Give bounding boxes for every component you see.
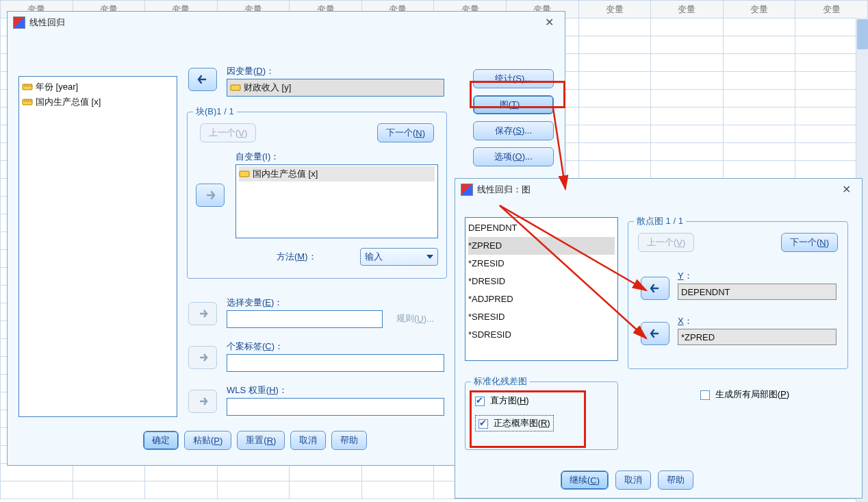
- ok-button[interactable]: 确定: [143, 431, 179, 450]
- continue-button[interactable]: 继续(C): [561, 470, 609, 490]
- cell[interactable]: [723, 36, 795, 54]
- prev-scatter-button[interactable]: 上一个(V): [638, 233, 694, 252]
- list-item[interactable]: *SDRESID: [468, 326, 615, 344]
- save-button[interactable]: 保存(S)...: [473, 121, 554, 140]
- cell[interactable]: [651, 54, 724, 72]
- cell[interactable]: [651, 36, 724, 54]
- app-icon: [13, 16, 25, 29]
- cell[interactable]: [145, 481, 218, 499]
- cell[interactable]: [578, 54, 651, 72]
- cell[interactable]: [723, 125, 795, 143]
- method-combo[interactable]: 输入: [360, 248, 438, 266]
- close-icon[interactable]: ✕: [539, 15, 559, 30]
- independent-value: 国内生产总值 [x]: [253, 168, 318, 180]
- cell[interactable]: [73, 464, 145, 481]
- cell[interactable]: [1, 481, 73, 499]
- cell[interactable]: [578, 125, 651, 143]
- statistics-button[interactable]: 统计(S)...: [473, 69, 554, 88]
- prev-block-button[interactable]: 上一个(V): [200, 123, 256, 142]
- move-to-x-button[interactable]: [641, 322, 669, 345]
- col-header[interactable]: 变量: [723, 1, 795, 18]
- independent-label: 自变量(I)：: [235, 151, 279, 163]
- x-field[interactable]: *ZPRED: [678, 329, 837, 345]
- titlebar[interactable]: 线性回归 ✕: [8, 12, 565, 34]
- move-to-y-button[interactable]: [641, 277, 669, 300]
- list-item[interactable]: DEPENDNT: [468, 219, 615, 237]
- cell[interactable]: [217, 464, 290, 481]
- cell[interactable]: [290, 464, 362, 481]
- cell[interactable]: [651, 161, 724, 179]
- rule-button[interactable]: 规则(U)...: [388, 309, 442, 328]
- cell[interactable]: [145, 464, 218, 481]
- close-icon[interactable]: ✕: [836, 182, 856, 197]
- selection-field[interactable]: [227, 310, 383, 328]
- cell[interactable]: [217, 481, 290, 499]
- next-block-button[interactable]: 下一个(N): [377, 123, 434, 142]
- cell[interactable]: [723, 18, 795, 36]
- cell[interactable]: [651, 72, 724, 90]
- list-item[interactable]: *ZPRED: [468, 237, 615, 255]
- pp-plot-checkbox[interactable]: 正态概率图(R): [475, 415, 554, 431]
- residual-legend: 标准化残差图: [471, 375, 530, 388]
- cell[interactable]: [723, 161, 795, 179]
- move-to-wls-button[interactable]: [188, 390, 217, 413]
- cell[interactable]: [578, 108, 651, 125]
- cancel-button[interactable]: 取消: [615, 470, 651, 490]
- plot-variable-list[interactable]: DEPENDNT *ZPRED *ZRESID *DRESID *ADJPRED…: [465, 217, 618, 361]
- list-item[interactable]: 国内生产总值 [x]: [22, 95, 174, 110]
- list-item[interactable]: *SRESID: [468, 308, 615, 326]
- cell[interactable]: [578, 36, 651, 54]
- cell[interactable]: [578, 161, 651, 179]
- paste-button[interactable]: 粘贴(P): [184, 431, 231, 450]
- cell[interactable]: [578, 143, 651, 161]
- histogram-checkbox[interactable]: 直方图(H): [475, 394, 529, 407]
- cell[interactable]: [651, 125, 724, 143]
- move-to-dependent-button[interactable]: [188, 68, 217, 91]
- cell[interactable]: [651, 18, 724, 36]
- col-header[interactable]: 变量: [795, 1, 868, 18]
- plots-dialog: 线性回归：图 ✕ DEPENDNT *ZPRED *ZRESID *DRESID…: [455, 178, 863, 499]
- cell[interactable]: [1, 464, 73, 481]
- col-header[interactable]: 变量: [578, 1, 651, 18]
- next-scatter-button[interactable]: 下一个(N): [781, 233, 838, 252]
- dependent-value: 财政收入 [y]: [244, 81, 291, 94]
- plots-button[interactable]: 图(T)...: [473, 95, 554, 114]
- cell[interactable]: [651, 143, 724, 161]
- cell[interactable]: [651, 90, 724, 108]
- titlebar[interactable]: 线性回归：图 ✕: [455, 179, 862, 201]
- cell[interactable]: [578, 72, 651, 90]
- cell[interactable]: [578, 90, 651, 108]
- cell[interactable]: [723, 72, 795, 90]
- cell[interactable]: [723, 90, 795, 108]
- case-field[interactable]: [227, 354, 444, 372]
- partial-plots-checkbox[interactable]: 生成所有局部图(P): [700, 388, 789, 401]
- cell[interactable]: [578, 18, 651, 36]
- y-field[interactable]: DEPENDNT: [678, 284, 837, 300]
- source-variable-list[interactable]: 年份 [year] 国内生产总值 [x]: [18, 76, 177, 417]
- col-header[interactable]: 变量: [651, 1, 724, 18]
- dependent-label: 因变量(D)：: [227, 65, 275, 77]
- reset-button[interactable]: 重置(R): [237, 431, 285, 450]
- cell[interactable]: [723, 108, 795, 125]
- cancel-button[interactable]: 取消: [290, 431, 326, 450]
- cell[interactable]: [73, 481, 145, 499]
- cell[interactable]: [723, 54, 795, 72]
- cell[interactable]: [290, 481, 362, 499]
- cell[interactable]: [651, 108, 724, 125]
- move-to-case-button[interactable]: [188, 346, 217, 369]
- help-button[interactable]: 帮助: [331, 431, 367, 450]
- wls-field[interactable]: [227, 398, 444, 416]
- list-item[interactable]: 年份 [year]: [22, 79, 174, 95]
- list-item[interactable]: *ADJPRED: [468, 290, 615, 308]
- list-item[interactable]: *ZRESID: [468, 255, 615, 273]
- cell[interactable]: [723, 143, 795, 161]
- move-to-selection-button[interactable]: [188, 302, 217, 325]
- move-to-independent-button[interactable]: [196, 184, 225, 207]
- dependent-field[interactable]: 财政收入 [y]: [227, 79, 444, 97]
- cell[interactable]: [361, 481, 434, 499]
- cell[interactable]: [361, 464, 434, 481]
- help-button[interactable]: 帮助: [658, 470, 693, 490]
- list-item[interactable]: *DRESID: [468, 273, 615, 290]
- independent-list[interactable]: 国内生产总值 [x]: [235, 164, 438, 238]
- options-button[interactable]: 选项(O)...: [473, 147, 554, 166]
